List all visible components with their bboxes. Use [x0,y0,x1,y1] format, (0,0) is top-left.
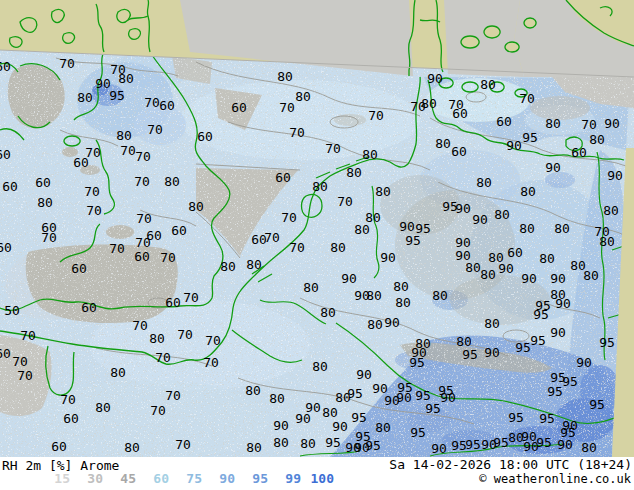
contour-label: 70 [59,56,75,71]
contour-label: 70 [203,355,219,370]
contour-label: 70 [144,95,160,110]
contour-label: 80 [375,420,391,435]
contour-label: 60 [134,249,150,264]
contour-label: 80 [295,89,311,104]
contour-label: 60 [63,411,79,426]
contour-label: 80 [300,436,316,451]
contour-label: 80 [545,116,561,131]
contour-label: 95 [347,386,363,401]
contour-label: 60 [0,240,12,255]
contour-label: 90 [384,393,400,408]
contour-label: 70 [165,388,181,403]
contour-label: 90 [427,71,443,86]
contour-label: 70 [20,328,36,343]
contour-label: 70 [12,354,28,369]
contour-label: 60 [73,155,89,170]
contour-label: 95 [325,435,341,450]
legend-scale-value: 95 [235,471,268,487]
contour-label: 80 [346,165,362,180]
legend-scale-value: 15 [37,471,70,487]
contour-label: 95 [109,88,125,103]
contour-label: 70 [325,141,341,156]
contour-label: 80 [519,221,535,236]
contour-label: 95 [589,397,605,412]
contour-label: 60 [496,114,512,129]
legend-scale-value: 60 [136,471,169,487]
contour-label: 90 [356,367,372,382]
contour-label: 60 [452,106,468,121]
contour-label: 80 [95,400,111,415]
contour-label: 70 [289,125,305,140]
contour-label: 80 [366,288,382,303]
contour-label: 90 [498,261,514,276]
contour-label: 60 [197,129,213,144]
contour-label: 60 [0,59,11,74]
contour-label: 80 [312,179,328,194]
contour-label: 95 [425,401,441,416]
contour-label: 80 [603,203,619,218]
contour-label: 90 [472,212,488,227]
contour-label: 70 [155,350,171,365]
contour-label: 60 [231,100,247,115]
contour-label: 80 [110,365,126,380]
legend-scale-value: 30 [70,471,103,487]
legend-scale: 1530456075909599100 [37,471,334,487]
contour-label: 95 [536,435,552,450]
contour-label: 80 [354,222,370,237]
contour-label: 80 [330,240,346,255]
contour-label: 95 [530,333,546,348]
contour-label: 80 [583,268,599,283]
contour-label: 80 [476,175,492,190]
contour-label: 70 [281,210,297,225]
map-svg: 7060709080958070606080706070707080608070… [0,0,634,457]
contour-label: 60 [0,346,11,361]
contour-label: 95 [533,307,549,322]
contour-label: 70 [264,230,280,245]
contour-label: 80 [77,90,93,105]
contour-label: 80 [322,405,338,420]
contour-label: 80 [393,279,409,294]
contour-label: 60 [171,223,187,238]
contour-label: 90 [506,138,522,153]
contour-label: 90 [550,325,566,340]
contour-label: 80 [116,128,132,143]
legend-scale-value: 99 [268,471,301,487]
contour-label: 80 [124,440,140,455]
contour-label: 90 [604,116,620,131]
contour-label: 80 [581,440,597,455]
contour-label: 90 [399,219,415,234]
contour-label: 70 [177,327,193,342]
contour-label: 70 [86,203,102,218]
contour-label: 90 [354,440,370,455]
contour-label: 80 [277,69,293,84]
contour-label: 95 [508,410,524,425]
contour-label: 70 [519,91,535,106]
contour-label: 80 [245,383,261,398]
contour-label: 60 [0,147,11,162]
contour-label: 80 [375,184,391,199]
legend-scale-value: 75 [169,471,202,487]
contour-label: 95 [465,437,481,452]
contour-label: 80 [494,207,510,222]
weather-map: 7060709080958070606080706070707080608070… [0,0,634,457]
contour-label: 60 [159,98,175,113]
contour-label: 80 [312,359,328,374]
contour-label: 60 [165,295,181,310]
contour-label: 70 [135,235,151,250]
contour-label: 95 [599,335,615,350]
contour-label: 80 [246,257,262,272]
contour-label: 95 [462,347,478,362]
contour-label: 95 [493,435,509,450]
contour-label: 80 [484,316,500,331]
contour-label: 80 [246,440,262,455]
contour-label: 70 [132,318,148,333]
contour-label: 90 [440,390,456,405]
contour-label: 90 [557,437,573,452]
speckle-texture-light [0,40,634,457]
contour-label: 60 [81,300,97,315]
contour-label: 70 [175,437,191,452]
contour-label: 60 [51,439,67,454]
contour-label: 80 [435,136,451,151]
contour-label: 70 [109,241,125,256]
contour-label: 80 [188,199,204,214]
